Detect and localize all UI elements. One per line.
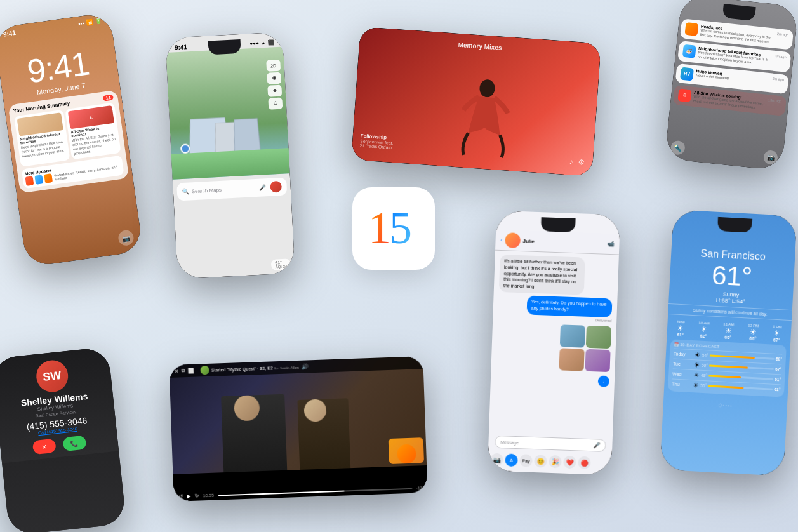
contact-avatar xyxy=(505,232,521,248)
status-time-1: 9:41 xyxy=(3,29,16,38)
messages-content: ‹ Julie 📹 it's a little bit further than… xyxy=(491,211,621,391)
forward-btn[interactable]: ↻ xyxy=(194,493,199,499)
video-sender-info: Started "Mythic Quest" · S2, E2 for Just… xyxy=(200,362,299,375)
hourly-1: 10 AM ☀ 62° xyxy=(698,321,709,338)
photo-thumb-1 xyxy=(560,324,585,347)
play-btn[interactable]: ▶ xyxy=(187,493,190,499)
map-temp-display: 61° AQI 34 xyxy=(271,258,291,270)
volume-icon[interactable]: 🔊 xyxy=(302,363,309,369)
notch-weather xyxy=(717,217,752,233)
ios15-logo: 1 5 xyxy=(352,187,435,270)
weather-content: San Francisco 61° Sunny H:68° L:54° Sunn… xyxy=(663,209,797,413)
app-store-emoji-btn[interactable]: A xyxy=(505,453,518,467)
memory-options-icon[interactable]: ⚙ xyxy=(578,157,585,167)
video-notification-text: Started "Mythic Quest" · S2, E2 for Just… xyxy=(211,364,299,372)
caller-initials: SW xyxy=(34,359,69,394)
forecast-title: 10-Day Forecast xyxy=(680,343,720,349)
hourly-0: Now ☀ 61° xyxy=(676,320,684,338)
memory-song-info: Fellowship Serpentinist feat. St. Yadis … xyxy=(360,133,394,150)
memory-music-icon[interactable]: ♪ xyxy=(569,157,573,166)
calendar-icon: 📅 xyxy=(674,342,679,347)
status-time-2: 9:41 xyxy=(175,43,188,51)
facetime-btn[interactable]: 📹 xyxy=(607,241,614,247)
hugo-icon: HV xyxy=(680,67,694,81)
sent-bubble-1: Yes, definitely. Do you happen to have a… xyxy=(526,295,612,317)
decline-btn[interactable]: ✕ xyxy=(32,439,56,455)
weather-page-dots: ⬡ • • • • xyxy=(663,395,788,413)
notif-time-2: 3m ago xyxy=(775,54,787,59)
save-photo-btn[interactable]: ↓ xyxy=(598,375,610,387)
headspace-icon xyxy=(684,22,698,36)
memory-photo-view: Memory Mixes Fellowship Serpentinist fea… xyxy=(351,27,601,176)
mic-icon-maps[interactable]: 🎤 xyxy=(258,184,266,191)
map-layers-btn[interactable]: ⬡ xyxy=(268,98,283,110)
messages-back-btn[interactable]: ‹ xyxy=(500,237,502,243)
video-progress-bar[interactable] xyxy=(218,488,412,496)
accept-btn[interactable]: 📞 xyxy=(62,436,86,452)
contact-name: Julie xyxy=(522,238,535,244)
memory-controls: ♪ ⚙ xyxy=(569,157,585,167)
sticker-btn[interactable]: 🎉 xyxy=(549,455,562,469)
video-close-btn[interactable]: ✕ xyxy=(175,368,179,374)
video-progress-fill xyxy=(218,490,344,496)
notch-maps xyxy=(208,39,241,55)
camera-icon-notif[interactable]: 📷 xyxy=(763,150,778,165)
status-icons-2: ●●● ▲ ⬛ xyxy=(249,39,274,46)
sender-avatar xyxy=(200,366,209,375)
video-pip-btn[interactable]: ⧉ xyxy=(182,368,185,374)
replay-btn[interactable]: ↺ xyxy=(178,493,183,499)
hourly-2: 11 AM ☀ 65° xyxy=(722,323,734,340)
dancer-figure xyxy=(457,75,514,161)
signal-icon: ▪▪▪ xyxy=(77,20,84,27)
phone-weather: San Francisco 61° Sunny H:68° L:54° Sunn… xyxy=(660,209,797,476)
audio-emoji-btn[interactable]: 🔴 xyxy=(578,456,591,469)
maps-search-text: Search Maps xyxy=(192,187,222,194)
maps-search-bar[interactable]: 🔍 Search Maps 🎤 xyxy=(176,177,287,201)
video-sender: for Justin Allen xyxy=(274,365,299,369)
video-expand-btn[interactable]: ⬜ xyxy=(188,368,194,373)
notif-hugo-content: Hugo Verweij Never a dull moment! xyxy=(696,69,729,81)
notif-time-4: 13m ago xyxy=(768,98,782,103)
phone-lockscreen: 9:41 ▪▪▪ 📶 🔋 9:41 Monday, June 7 Your Mo… xyxy=(0,12,143,267)
messages-emoji-row: 📷 A Pay 😊 🎉 ❤️ 🔴 xyxy=(490,453,609,470)
search-icon-maps: 🔍 xyxy=(182,188,190,195)
svg-text:1: 1 xyxy=(368,203,391,253)
ios15-svg-logo: 1 5 xyxy=(365,200,422,257)
map-compass-btn[interactable]: ◉ xyxy=(267,72,281,84)
notif-neighborhood-content: Neighborhood takeout favorites Need insp… xyxy=(697,46,772,67)
camera-emoji-btn[interactable]: 📷 xyxy=(490,453,503,467)
photo-thumb-4 xyxy=(585,349,610,371)
audio-btn[interactable]: 🎤 xyxy=(593,442,600,448)
heart-btn[interactable]: ❤️ xyxy=(563,456,576,469)
phone-video: ✕ ⧉ ⬜ Started "Mythic Quest" · S2, E2 fo… xyxy=(169,356,427,502)
low-temp: L:54° xyxy=(732,298,746,305)
video-screen: ✕ ⧉ ⬜ Started "Mythic Quest" · S2, E2 fo… xyxy=(169,356,427,502)
phone-memory: Memory Mixes Fellowship Serpentinist fea… xyxy=(351,27,601,176)
hourly-3: 12 PM ☀ 66° xyxy=(747,324,759,342)
morning-summary-badge: 11 xyxy=(103,95,114,102)
notif-time-1: 2m ago xyxy=(777,32,789,37)
battery-icon-2: ⬛ xyxy=(268,39,274,46)
message-placeholder: Message xyxy=(500,440,593,448)
news-item-2: E All-Star Week is coming! With the All-… xyxy=(65,102,121,159)
pay-emoji-btn[interactable]: Pay xyxy=(519,454,533,467)
svg-point-0 xyxy=(479,79,496,98)
notch-messages xyxy=(540,217,575,232)
battery-icon: 🔋 xyxy=(95,17,102,24)
maps-3d-view: 2D ◉ ⊕ ⬡ xyxy=(166,46,289,179)
flashlight-icon[interactable]: 🔦 xyxy=(670,140,686,156)
remaining-time: -17 xyxy=(416,486,422,490)
camera-icon[interactable]: 📷 xyxy=(117,229,135,246)
video-title: Started "Mythic Quest" · S2, E2 xyxy=(211,366,273,372)
memoji-btn[interactable]: 😊 xyxy=(534,455,547,468)
notif-allstar-content: All-Star Week is coming! With the All-St… xyxy=(693,90,766,110)
wifi-icon: 📶 xyxy=(86,18,93,25)
allstar-icon: E xyxy=(678,88,692,102)
memory-title-text: Memory Mixes xyxy=(458,41,502,51)
message-input[interactable]: Message 🎤 xyxy=(495,436,606,452)
map-aqi: AQI 34 xyxy=(275,265,287,269)
map-location-btn[interactable]: ⊕ xyxy=(267,85,282,97)
elapsed-time: 10:55 xyxy=(203,493,214,498)
phone-maps: 9:41 ●●● ▲ ⬛ 2D ◉ ⊕ ⬡ 🔍 Search Maps xyxy=(165,32,295,279)
map-2d-btn[interactable]: 2D xyxy=(266,60,281,72)
